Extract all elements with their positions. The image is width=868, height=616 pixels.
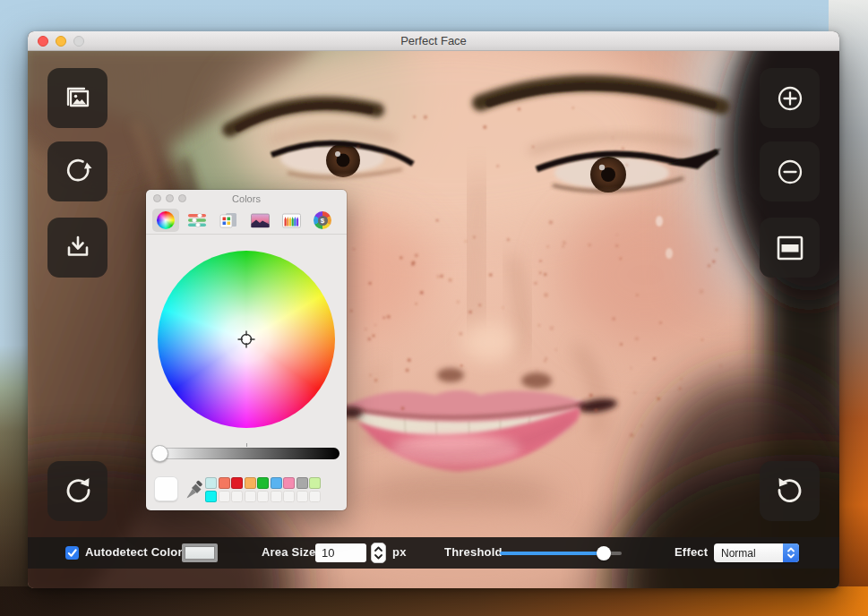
redo-arrow-icon: [773, 475, 807, 509]
pencils-icon: [281, 212, 302, 229]
check-icon: [66, 547, 78, 559]
swatch[interactable]: [205, 477, 217, 489]
undo-button[interactable]: [47, 461, 107, 521]
swatch[interactable]: [257, 491, 269, 502]
swatch[interactable]: [219, 477, 230, 489]
zoom-in-button[interactable]: [760, 68, 820, 128]
download-icon: [62, 232, 94, 264]
colors-panel: Colors: [146, 190, 347, 510]
zoom-out-icon: [774, 156, 806, 188]
tab-color-wheel[interactable]: [152, 209, 179, 232]
redo-button[interactable]: [760, 461, 820, 521]
effect-label: Effect: [675, 545, 708, 559]
wheel-crosshair-icon: [236, 329, 256, 349]
eyedropper-button[interactable]: [185, 479, 204, 504]
swatch[interactable]: [205, 491, 217, 502]
current-color-well[interactable]: [154, 476, 178, 501]
wallpaper-bottom-terrain: [0, 586, 868, 616]
dropdown-arrows-icon: [783, 543, 799, 562]
effect-dropdown[interactable]: Normal: [714, 543, 799, 562]
swatch[interactable]: [309, 491, 321, 502]
tab-color-palettes[interactable]: [215, 209, 242, 232]
palette-icon: [219, 211, 238, 229]
tab-pencils[interactable]: [278, 209, 305, 232]
color-wheel[interactable]: [158, 251, 335, 428]
swatch[interactable]: [309, 477, 321, 489]
px-unit-label: px: [392, 545, 407, 559]
swatch[interactable]: [296, 491, 308, 502]
eyedropper-icon: [185, 479, 204, 500]
tab-color-sliders[interactable]: [184, 209, 211, 232]
swatch[interactable]: [296, 477, 308, 489]
color-wheel-icon: [157, 211, 175, 229]
image-palette-icon: [250, 212, 271, 229]
plugin-glyph: $: [318, 216, 328, 226]
threshold-slider-thumb[interactable]: [597, 546, 611, 560]
swatch-grid: [205, 477, 321, 502]
undo-arrow-icon: [61, 475, 95, 509]
bottom-toolbar: Autodetect Color Area Size px Threshold …: [28, 537, 839, 569]
detect-color-well[interactable]: [182, 543, 218, 562]
plugin-ring-icon: $: [314, 211, 331, 229]
swatch[interactable]: [257, 477, 269, 489]
autodetect-checkbox[interactable]: [65, 546, 79, 560]
stepper-arrows-icon: [373, 544, 384, 561]
zoom-in-icon: [774, 82, 806, 115]
swatch[interactable]: [231, 477, 243, 489]
compare-button[interactable]: [760, 218, 820, 278]
threshold-slider-fill: [500, 552, 604, 555]
threshold-slider[interactable]: [500, 552, 622, 555]
detect-color-swatch: [185, 546, 215, 560]
swatch[interactable]: [231, 491, 243, 502]
brightness-slider[interactable]: [153, 448, 339, 459]
rotate-icon: [61, 155, 95, 189]
open-photos-button[interactable]: [47, 68, 107, 128]
swatch[interactable]: [283, 491, 295, 502]
colors-panel-titlebar[interactable]: Colors: [146, 190, 347, 207]
colors-panel-title: Colors: [146, 193, 347, 204]
tab-plugin[interactable]: $: [309, 209, 336, 232]
window-titlebar[interactable]: Perfect Face: [28, 31, 839, 51]
sliders-icon: [187, 212, 207, 228]
colors-panel-tabs: $: [146, 207, 347, 235]
compare-icon: [774, 232, 806, 264]
effect-dropdown-value: Normal: [714, 547, 783, 560]
area-size-label: Area Size: [262, 545, 315, 559]
save-button[interactable]: [47, 218, 107, 278]
area-size-input[interactable]: [315, 543, 366, 562]
autodetect-label: Autodetect Color: [85, 545, 183, 559]
photos-icon: [62, 82, 94, 115]
swatch[interactable]: [271, 477, 282, 489]
area-size-stepper[interactable]: [371, 543, 386, 563]
swatch[interactable]: [271, 491, 282, 502]
desktop: Perfect Face: [0, 0, 868, 616]
threshold-label: Threshold: [444, 545, 503, 559]
swatch[interactable]: [245, 491, 256, 502]
brightness-slider-knob[interactable]: [151, 445, 168, 462]
tab-image-palettes[interactable]: [246, 209, 273, 232]
swatch[interactable]: [245, 477, 256, 489]
rotate-button[interactable]: [47, 141, 107, 201]
brightness-slider-tick: [246, 443, 247, 447]
window-title: Perfect Face: [28, 34, 839, 47]
swatch[interactable]: [283, 477, 295, 489]
zoom-out-button[interactable]: [760, 141, 820, 201]
swatch[interactable]: [219, 491, 230, 502]
